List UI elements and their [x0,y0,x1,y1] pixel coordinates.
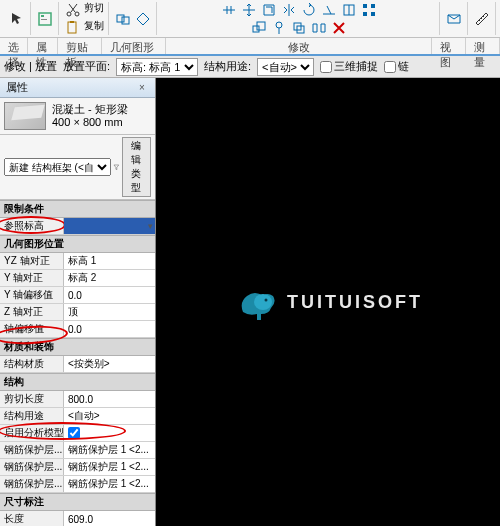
type-family-name: 混凝土 - 矩形梁 [52,103,128,116]
scale-icon[interactable] [250,19,268,37]
svg-point-20 [265,299,268,302]
section-geom-pos: 几何图形位置 [0,235,155,253]
cut-geom-icon[interactable] [134,10,152,28]
view-icon[interactable] [445,10,463,28]
label-modify: 修改 [166,38,432,54]
array-icon[interactable] [360,1,378,19]
pin-icon[interactable] [270,19,288,37]
structural-use-label: 结构用途: [204,59,251,74]
paste-icon[interactable] [64,19,82,37]
properties-grid: 限制条件 参照标高 几何图形位置 YZ 轴对正标高 1 Y 轴对正标高 2 Y … [0,200,155,526]
move-icon[interactable] [240,1,258,19]
svg-rect-13 [371,12,375,16]
structural-use-select[interactable]: <自动> [257,58,314,76]
svg-point-3 [67,12,71,16]
plane-select[interactable]: 标高: 标高 1 [116,58,198,76]
instance-filter-select[interactable]: 新建 结构框架 (<自 [4,158,111,176]
mirror-icon[interactable] [280,1,298,19]
type-size: 400 × 800 mm [52,116,128,129]
analytic-checkbox[interactable] [68,427,80,439]
split-icon[interactable] [340,1,358,19]
properties-group [32,2,59,35]
svg-rect-5 [68,22,76,33]
measure-group [469,2,496,35]
properties-panel: 属性 × 混凝土 - 矩形梁 400 × 800 mm 新建 结构框架 (<自 … [0,78,156,526]
svg-rect-14 [253,26,259,32]
cut-label: 剪切 [84,1,104,19]
properties-icon[interactable] [36,10,54,28]
ribbon-group-labels: 选择 属性 剪贴板 几何图形 修改 视图 测量 [0,38,500,56]
view-group [441,2,468,35]
measure-icon[interactable] [473,10,491,28]
copy-label: 复制 [84,19,104,37]
plane-label: 放置平面: [63,59,110,74]
close-icon[interactable]: × [135,81,149,95]
cut-icon[interactable] [64,1,82,19]
row-ref-level[interactable]: 参照标高 [0,218,155,235]
svg-rect-2 [41,19,47,20]
label-props: 属性 [28,38,58,54]
chain-checkbox-label[interactable]: 链 [384,59,409,74]
label-geometry: 几何图形 [102,38,166,54]
select-group [4,2,31,35]
svg-rect-1 [41,15,44,17]
options-bar: 修改 | 放置 放置平面: 标高: 标高 1 结构用途: <自动> 三维捕捉 链 [0,56,500,78]
svg-point-19 [254,294,272,310]
section-constraints: 限制条件 [0,200,155,218]
modify-group [158,2,440,35]
svg-point-4 [75,12,79,16]
snap3d-checkbox-label[interactable]: 三维捕捉 [320,59,378,74]
ribbon-toolbar: 剪切 复制 [0,0,500,38]
properties-title-bar: 属性 × [0,78,155,98]
svg-rect-6 [70,21,74,23]
section-structural: 结构 [0,373,155,391]
delete-icon[interactable] [330,19,348,37]
offset-icon[interactable] [260,1,278,19]
group-icon[interactable] [310,19,328,37]
properties-title: 属性 [6,80,28,95]
label-clipboard: 剪贴板 [58,38,102,54]
align-icon[interactable] [220,1,238,19]
label-measure: 测量 [466,38,500,54]
watermark-logo-icon [233,282,279,322]
svg-rect-10 [363,4,367,8]
edit-type-button[interactable]: 编辑类型 [122,137,151,197]
label-view: 视图 [432,38,466,54]
label-select: 选择 [0,38,28,54]
cursor-icon[interactable] [8,10,26,28]
svg-point-16 [276,22,282,28]
rotate-icon[interactable] [300,1,318,19]
svg-rect-8 [122,17,129,24]
type-selector[interactable]: 混凝土 - 矩形梁 400 × 800 mm [0,98,155,135]
filter-icon[interactable] [113,158,120,176]
clipboard-group: 剪切 复制 [60,2,109,35]
geometry-group [110,2,157,35]
snap3d-checkbox[interactable] [320,61,332,73]
svg-rect-11 [371,4,375,8]
section-material: 材质和装饰 [0,338,155,356]
instance-filter-row: 新建 结构框架 (<自 编辑类型 [0,135,155,200]
copy-icon[interactable] [290,19,308,37]
join-icon[interactable] [114,10,132,28]
modify-context-label: 修改 | 放置 [4,59,57,74]
watermark-text: TUITUISOFT [287,292,423,313]
watermark: TUITUISOFT [233,282,423,322]
drawing-viewport[interactable]: TUITUISOFT [156,78,500,526]
svg-rect-12 [363,12,367,16]
svg-rect-7 [117,15,124,22]
trim-icon[interactable] [320,1,338,19]
section-dimensions: 尺寸标注 [0,493,155,511]
chain-checkbox[interactable] [384,61,396,73]
type-thumbnail [4,102,46,130]
